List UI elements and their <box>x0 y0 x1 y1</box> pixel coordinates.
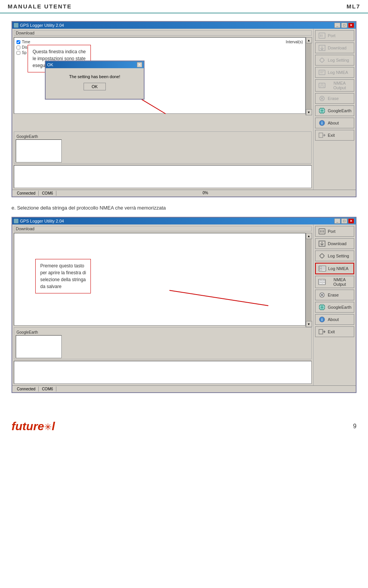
minimize-btn-2[interactable]: _ <box>334 218 340 224</box>
page-content: GPS Logger Utility 2.04 _ □ ✕ Download <box>0 13 368 408</box>
erase-icon-1 <box>318 95 326 102</box>
google-earth-icon-2 <box>318 303 326 311</box>
erase-icon-2 <box>318 291 326 299</box>
about-icon-1: i <box>318 119 326 127</box>
nmea-output-icon-1 <box>318 82 326 89</box>
download-label-2: Download <box>14 226 312 231</box>
dialog-close-btn[interactable]: ✕ <box>137 62 142 67</box>
about-btn-1[interactable]: i About <box>315 118 354 128</box>
google-earth-btn-1[interactable]: GoogleEarth <box>315 105 354 116</box>
window1-right: Port Download Log Setting <box>314 29 356 190</box>
port-btn-2[interactable]: Port <box>315 226 354 237</box>
log-nmea-icon-1 <box>318 69 326 76</box>
svg-text:i: i <box>322 121 323 125</box>
ge-inner-1 <box>16 139 62 162</box>
window2-right: Port Download Log Setting <box>314 224 356 385</box>
window2-left: Download ▲ ▼ GoogleEarth <box>12 224 314 385</box>
log-nmea-icon-2 <box>318 265 327 272</box>
log-setting-btn-2[interactable]: Log Setting <box>315 251 354 261</box>
ge-box-1: GoogleEarth <box>14 131 312 164</box>
svg-point-17 <box>319 108 325 114</box>
ge-box-2: GoogleEarth <box>14 327 312 359</box>
download-label-1: Download <box>14 30 312 36</box>
download-btn-1[interactable]: Download <box>315 43 354 53</box>
section-text: e. Selezione della stringa del protocoll… <box>12 205 356 211</box>
dialog-ok-button[interactable]: OK <box>84 83 106 90</box>
scroll-track-2 <box>306 239 312 321</box>
ge-label-1: GoogleEarth <box>16 134 39 139</box>
bottom-area-2 <box>14 361 312 384</box>
close-btn-2[interactable]: ✕ <box>348 218 354 224</box>
svg-rect-51 <box>319 329 323 334</box>
bottom-area-1 <box>14 165 312 188</box>
time-checkbox[interactable] <box>16 40 20 44</box>
status-connected-2: Connected <box>14 387 39 391</box>
download-btn-2[interactable]: Download <box>315 238 354 249</box>
exit-icon-1 <box>318 131 326 139</box>
download-icon-1 <box>318 44 326 52</box>
status-progress-2 <box>56 387 354 391</box>
svg-point-5 <box>320 58 324 62</box>
exit-btn-2[interactable]: Exit <box>315 326 354 337</box>
ge-inner-2 <box>16 335 62 358</box>
erase-btn-1[interactable]: Erase <box>315 93 354 104</box>
status-connected-1: Connected <box>14 191 39 196</box>
scroll-down-btn[interactable]: ▼ <box>306 109 312 115</box>
scroll-up-btn[interactable]: ▲ <box>306 37 312 43</box>
svg-rect-22 <box>319 133 323 138</box>
titlebar-icon-2 <box>14 219 18 223</box>
nmea-output-btn-2[interactable]: NMEA Output <box>315 276 354 288</box>
scroll-up-btn-2[interactable]: ▲ <box>306 233 312 239</box>
about-btn-2[interactable]: i About <box>315 314 354 325</box>
svg-rect-38 <box>320 269 322 270</box>
log-nmea-btn-2[interactable]: Log NMEA <box>315 263 354 274</box>
ok-dialog: OK ✕ The setting has been done! OK <box>45 61 145 100</box>
logo-text: futur <box>12 420 38 432</box>
footer-logo: future✳l <box>12 420 55 433</box>
gps-window-2: GPS Logger Utility 2.04 _ □ ✕ Download ▲ <box>12 217 356 393</box>
window2-title: GPS Logger Utility 2.04 <box>20 219 64 223</box>
annotation-text-2: Premere questo tastoper aprire la finest… <box>40 263 86 289</box>
about-icon-2: i <box>318 316 326 323</box>
page-number: 9 <box>353 423 356 430</box>
scroll-track-1 <box>306 43 312 109</box>
maximize-btn-1[interactable]: □ <box>341 23 347 28</box>
exit-icon-2 <box>318 328 326 336</box>
log-setting-icon-2 <box>318 252 326 260</box>
annotation-2: Premere questo tastoper aprire la finest… <box>35 259 91 293</box>
maximize-btn-2[interactable]: □ <box>341 218 347 224</box>
google-earth-icon-1 <box>318 107 326 115</box>
erase-btn-2[interactable]: Erase <box>315 290 354 300</box>
port-btn-1[interactable]: Port <box>315 30 354 41</box>
dialog-message: The setting has been done! <box>69 74 120 79</box>
window1-statusbar: Connected COM6 0% <box>12 190 356 197</box>
port-icon-2 <box>318 228 326 235</box>
log-setting-icon-1 <box>318 56 326 64</box>
download-icon-2 <box>318 240 326 247</box>
scrollbar-1[interactable]: ▲ ▼ <box>306 37 312 115</box>
google-earth-btn-2[interactable]: GoogleEarth <box>315 302 354 313</box>
header-right: ML7 <box>347 3 360 10</box>
dis-checkbox[interactable] <box>16 46 20 49</box>
sp-checkbox[interactable] <box>16 51 20 55</box>
dialog-body: The setting has been done! OK <box>46 68 144 99</box>
footer: future✳l 9 <box>0 416 368 444</box>
titlebar-2: GPS Logger Utility 2.04 _ □ ✕ <box>12 218 356 224</box>
svg-text:i: i <box>322 318 323 322</box>
close-btn-1[interactable]: ✕ <box>348 23 354 28</box>
page-header: MANUALE UTENTE ML7 <box>0 0 368 13</box>
dialog-title: OK <box>47 62 53 67</box>
status-com-2: COM6 <box>39 387 56 391</box>
header-left: MANUALE UTENTE <box>8 3 72 10</box>
minimize-btn-1[interactable]: _ <box>334 23 340 28</box>
log-nmea-btn-1[interactable]: Log NMEA <box>315 67 354 78</box>
port-icon-1 <box>318 32 326 39</box>
exit-btn-1[interactable]: Exit <box>315 130 354 141</box>
window2-statusbar: Connected COM6 <box>12 385 356 392</box>
log-setting-btn-1[interactable]: Log Setting <box>315 55 354 66</box>
titlebar-1: GPS Logger Utility 2.04 _ □ ✕ <box>12 22 356 29</box>
scrollbar-2[interactable]: ▲ ▼ <box>306 233 312 327</box>
scroll-down-btn-2[interactable]: ▼ <box>306 321 312 327</box>
nmea-output-btn-1[interactable]: NMEA Output <box>315 79 354 92</box>
svg-rect-37 <box>320 267 322 268</box>
